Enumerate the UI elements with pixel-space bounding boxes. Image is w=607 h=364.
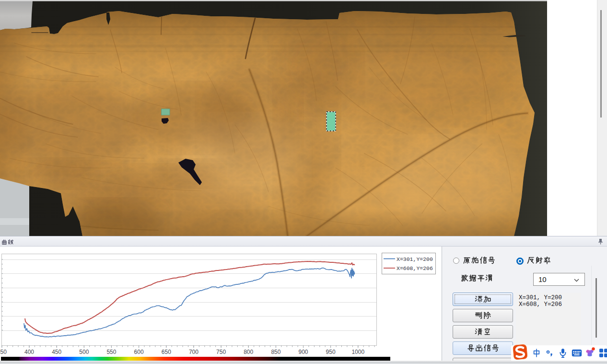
svg-text:800: 800 [244,349,253,355]
svg-text:700: 700 [189,349,198,355]
svg-text:500: 500 [79,349,89,355]
svg-text:X=301,Y=200: X=301,Y=200 [397,256,433,262]
svg-text:850: 850 [271,349,280,355]
svg-text:450: 450 [52,349,61,355]
svg-text:650: 650 [162,349,171,355]
svg-text:350: 350 [0,349,7,355]
svg-text:400: 400 [24,349,34,355]
svg-text:750: 750 [216,349,226,355]
svg-text:550: 550 [106,349,116,355]
svg-text:950: 950 [326,349,336,355]
svg-text:600: 600 [134,349,144,355]
svg-text:900: 900 [298,349,308,355]
svg-text:1000: 1000 [351,349,364,355]
svg-text:X=608,Y=206: X=608,Y=206 [397,265,433,271]
